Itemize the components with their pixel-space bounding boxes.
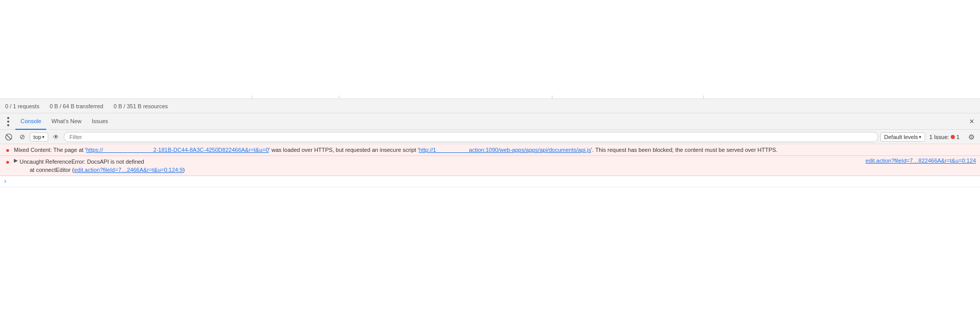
tab-whats-new-label: What's New: [51, 118, 81, 124]
console-row-reference-error: ● ▶ Uncaught ReferenceError: DocsAPI is …: [0, 156, 980, 176]
console-row-prompt: ›: [0, 176, 980, 187]
block-icon: ⊘: [20, 133, 25, 141]
browser-page-area: [0, 0, 980, 99]
devtools-menu-button[interactable]: [3, 116, 13, 127]
eye-icon: 👁: [53, 133, 59, 141]
mixed-content-message: Mixed Content: The page at 'https:// 2-1…: [14, 146, 976, 154]
reference-error-subtext: at connectEditor (edit.action?fileId=7…2…: [30, 167, 185, 173]
tab-issues[interactable]: Issues: [87, 113, 113, 130]
connect-editor-link[interactable]: edit.action?fileId=7…2466A&r=t&u=0:124:9: [74, 167, 183, 173]
log-level-dropdown[interactable]: Default levels ▾: [880, 132, 925, 142]
settings-button[interactable]: ⚙: [966, 131, 977, 143]
page-ruler: [0, 88, 980, 99]
devtools-tabs-bar: Console What's New Issues ×: [0, 113, 980, 130]
transferred-count: 0 B / 64 B transferred: [50, 103, 104, 109]
log-level-label: Default levels: [884, 134, 918, 140]
chevron-down-icon: ▾: [42, 134, 45, 140]
row-source-2[interactable]: edit.action?fileId=7…822466A&r=t&u=0:124: [866, 158, 976, 164]
error-icon-2: ●: [4, 158, 11, 165]
console-toolbar: ⊘ top ▾ 👁 Default levels ▾ 1 Issue: 1 ⚙: [0, 130, 980, 144]
prompt-arrow[interactable]: ›: [4, 178, 6, 185]
tab-console[interactable]: Console: [15, 113, 46, 130]
resources-count: 0 B / 351 B resources: [113, 103, 168, 109]
menu-dot-3: [7, 124, 9, 126]
menu-dot-2: [7, 121, 9, 123]
context-dropdown[interactable]: top ▾: [30, 132, 48, 142]
page-url-link[interactable]: https:// 2-181B-DC44-8A3C-4250D822466A&r…: [86, 147, 269, 153]
reference-error-message: Uncaught ReferenceError: DocsAPI is not …: [20, 158, 861, 174]
console-content: ● Mixed Content: The page at 'https:// 2…: [0, 144, 980, 313]
mixed-content-suffix: '. This request has been blocked; the co…: [591, 147, 777, 153]
context-label: top: [33, 134, 41, 140]
tab-issues-label: Issues: [92, 118, 108, 124]
requests-count: 0 / 1 requests: [5, 103, 40, 109]
svg-line-1: [7, 135, 11, 139]
expand-arrow-2[interactable]: ▶: [14, 158, 18, 163]
reference-error-text: Uncaught ReferenceError: DocsAPI is not …: [20, 159, 144, 165]
mixed-content-mid: ' was loaded over HTTPS, but requested a…: [269, 147, 419, 153]
filter-input[interactable]: [64, 132, 878, 142]
menu-dot-1: [7, 117, 9, 119]
eye-button[interactable]: 👁: [50, 131, 62, 143]
issue-count: 1: [956, 134, 959, 140]
issue-label-text: 1 Issue:: [929, 134, 949, 140]
insecure-script-link[interactable]: http://1 action:1090/web-apps/apps/api/d…: [419, 147, 591, 153]
devtools-close-button[interactable]: ×: [967, 116, 977, 127]
network-bar: 0 / 1 requests 0 B / 64 B transferred 0 …: [0, 99, 980, 113]
gear-icon: ⚙: [968, 133, 975, 141]
tab-whats-new[interactable]: What's New: [46, 113, 86, 130]
block-icon-button[interactable]: ⊘: [16, 131, 28, 143]
issue-badge: 1 Issue: 1: [927, 134, 962, 140]
error-icon-1: ●: [4, 146, 11, 153]
issue-dot: [951, 135, 955, 139]
tab-console-label: Console: [21, 118, 41, 124]
clear-console-button[interactable]: [3, 131, 14, 143]
log-level-chevron: ▾: [919, 134, 921, 140]
mixed-content-prefix: Mixed Content: The page at ': [14, 147, 86, 153]
clear-icon: [5, 133, 12, 141]
console-row-mixed-content: ● Mixed Content: The page at 'https:// 2…: [0, 144, 980, 156]
